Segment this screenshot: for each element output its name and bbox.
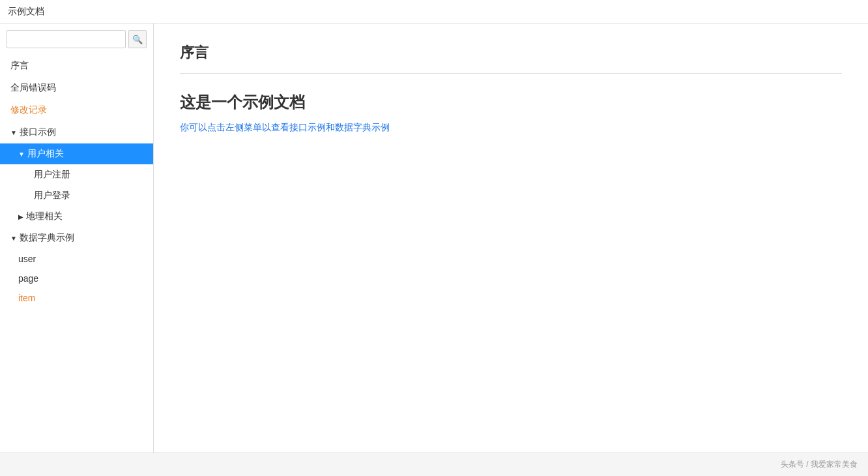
sidebar: 🔍 序言 全局错误码 修改记录 ▼ 接口示例 ▼ 用户相关 用户注册 用户登录 …	[0, 23, 154, 453]
sidebar-group-interface-label: 接口示例	[20, 126, 56, 138]
watermark-text: 头条号 / 我爱家常美食	[781, 459, 858, 470]
content-subtitle: 这是一个示例文档	[180, 92, 842, 113]
sidebar-item-dict-user[interactable]: user	[0, 249, 153, 269]
content-divider	[180, 73, 842, 74]
sidebar-subgroup-user-label: 用户相关	[27, 148, 64, 160]
chevron-down-icon: ▼	[10, 129, 17, 136]
sidebar-item-dict-item[interactable]: item	[0, 288, 153, 308]
search-input[interactable]	[7, 30, 126, 48]
app-title: 示例文档	[8, 6, 44, 18]
chevron-right-icon: ▶	[18, 213, 23, 220]
sidebar-item-dict-page[interactable]: page	[0, 269, 153, 288]
top-bar: 示例文档	[0, 0, 868, 23]
chevron-down-icon-sub: ▼	[18, 151, 25, 158]
sidebar-subgroup-geo[interactable]: ▶ 地理相关	[0, 206, 153, 227]
sidebar-item-preface[interactable]: 序言	[0, 55, 153, 77]
search-box: 🔍	[0, 23, 153, 55]
sidebar-subgroup-geo-label: 地理相关	[26, 211, 63, 222]
content-area: 序言 这是一个示例文档 你可以点击左侧菜单以查看接口示例和数据字典示例	[154, 23, 868, 453]
sidebar-item-user-register[interactable]: 用户注册	[0, 164, 153, 185]
search-button[interactable]: 🔍	[128, 30, 147, 48]
sidebar-group-datadict-label: 数据字典示例	[20, 232, 74, 244]
footer: 头条号 / 我爱家常美食	[0, 453, 868, 476]
sidebar-group-interface[interactable]: ▼ 接口示例	[0, 121, 153, 143]
chevron-down-icon-dict: ▼	[10, 235, 17, 242]
search-icon: 🔍	[132, 35, 143, 44]
content-title: 序言	[180, 43, 842, 63]
main-layout: 🔍 序言 全局错误码 修改记录 ▼ 接口示例 ▼ 用户相关 用户注册 用户登录 …	[0, 23, 868, 453]
content-description-link[interactable]: 你可以点击左侧菜单以查看接口示例和数据字典示例	[180, 122, 390, 132]
sidebar-item-changelog[interactable]: 修改记录	[0, 99, 153, 121]
sidebar-item-user-login[interactable]: 用户登录	[0, 185, 153, 206]
sidebar-subgroup-user[interactable]: ▼ 用户相关	[0, 143, 153, 164]
sidebar-item-errors[interactable]: 全局错误码	[0, 77, 153, 99]
sidebar-group-datadict[interactable]: ▼ 数据字典示例	[0, 227, 153, 249]
